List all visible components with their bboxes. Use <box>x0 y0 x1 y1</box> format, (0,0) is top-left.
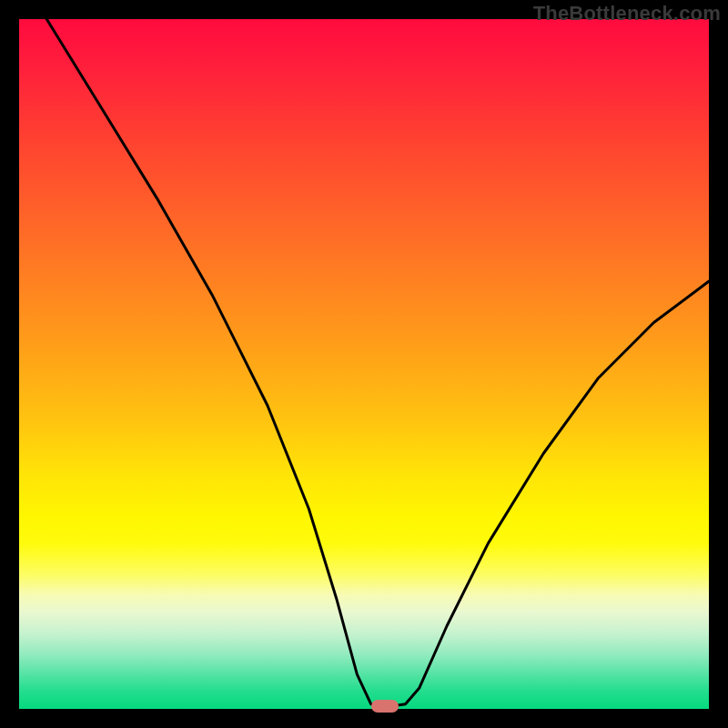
optimal-point-marker <box>371 700 399 713</box>
chart-frame: TheBottleneck.com <box>0 0 728 728</box>
bottleneck-curve <box>19 19 709 709</box>
chart-gradient-background <box>19 19 709 709</box>
watermark-text: TheBottleneck.com <box>533 2 721 25</box>
